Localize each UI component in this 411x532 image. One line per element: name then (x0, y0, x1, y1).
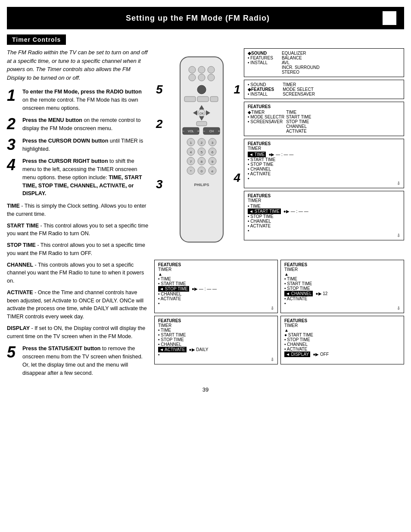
section-heading: Timer Controls (7, 34, 66, 45)
page-wrapper: Setting up the FM Mode (FM Radio) ♫ Time… (0, 7, 411, 398)
step-text-5: Press the STATUS/EXIT button to remove t… (22, 345, 149, 377)
timer-activate-panel: FEATURES TIMER • TIME • START TIME • STO… (154, 316, 278, 364)
step-3: 3 Press the CURSOR DOWN button until TIM… (7, 137, 149, 153)
def-activate: ACTIVATE - Once the Time and channel con… (7, 289, 149, 321)
svg-text:PHILIPS: PHILIPS (194, 183, 209, 187)
svg-text:0: 0 (201, 169, 203, 173)
sound-right: EQUALIZER BALANCE AVL INCR. SURROUND STE… (282, 51, 320, 75)
svg-text:OK: OK (199, 112, 204, 115)
music-icon: ♫ (382, 10, 397, 26)
menu-panels-stack: ◆SOUND • FEATURES • INSTALL EQUALIZER BA… (244, 48, 404, 256)
right-column: 5 2 3 (154, 48, 404, 381)
page-title: Setting up the FM Mode (FM Radio) (14, 14, 382, 23)
timer-time-panel: FEATURES TIMER ◄ TIME ●▶ — : — — • START… (244, 139, 404, 188)
svg-text:3: 3 (212, 141, 214, 145)
remote-label-5: 5 (156, 83, 163, 96)
svg-text:*: * (190, 169, 191, 173)
timer-display-panel: FEATURES TIMER ▲ ● START TIME • STOP TIM… (280, 316, 404, 364)
svg-rect-8 (184, 96, 196, 102)
bottom-panels-grid: FEATURES TIMER ▲ • TIME • START TIME ◄ S… (154, 260, 404, 364)
svg-text:8: 8 (201, 160, 203, 164)
sound-menu-panel: ◆SOUND • FEATURES • INSTALL EQUALIZER BA… (244, 48, 404, 77)
timer-channel-panel: FEATURES TIMER ▲ • TIME • START TIME • S… (280, 260, 404, 313)
sound-left: ◆SOUND • FEATURES • INSTALL (248, 51, 273, 75)
svg-text:e: e (212, 169, 214, 173)
page-number: 39 (0, 381, 411, 398)
features-menu-panel: • SOUND ◆FEATURES • INSTALL TIMER MODE S… (244, 80, 404, 99)
remote-label-2: 2 (156, 117, 163, 131)
svg-point-2 (198, 66, 205, 73)
svg-rect-9 (197, 96, 209, 102)
step-text-3: Press the CURSOR DOWN button until TIMER… (22, 137, 149, 153)
left-column: The FM Radio within the TV can be set to… (7, 48, 149, 381)
remote-label-4: 4 (234, 171, 240, 185)
svg-point-6 (208, 74, 215, 81)
svg-rect-10 (210, 96, 218, 102)
svg-text:6: 6 (212, 150, 214, 154)
remote-label-1: 1 (234, 83, 240, 96)
step-2: 2 Press the MENU button on the remote co… (7, 116, 149, 133)
svg-text:7: 7 (190, 160, 192, 164)
svg-point-7 (197, 85, 206, 94)
step-4: 4 Press the CURSOR RIGHT button to shift… (7, 157, 149, 198)
svg-text:+: + (218, 129, 220, 133)
svg-point-3 (208, 66, 215, 73)
sound-header: ◆SOUND (248, 51, 273, 56)
step-text-2: Press the MENU button on the remote cont… (22, 116, 149, 133)
svg-text:−: − (183, 129, 185, 133)
svg-point-5 (198, 74, 205, 81)
def-stop-time: STOP TIME - This control allows you to s… (7, 241, 149, 258)
step-text-1: To enter the FM Mode, press the RADIO bu… (22, 88, 149, 112)
step-5: 5 Press the STATUS/EXIT button to remove… (7, 345, 149, 377)
step-number-5: 5 (7, 345, 19, 360)
def-time: TIME - This is simply the Clock setting.… (7, 202, 149, 218)
remote-label-3: 3 (156, 177, 163, 191)
step-1: 1 To enter the FM Mode, press the RADIO … (7, 88, 149, 112)
remote-svg: OK VOL CH − + − + (167, 48, 236, 255)
svg-text:9: 9 (212, 160, 214, 164)
sound-features: • FEATURES (248, 56, 273, 60)
features-right: TIMER MODE SELECT SCREENSAVER (283, 82, 315, 96)
features-left: • SOUND ◆FEATURES • INSTALL (248, 82, 274, 96)
def-display: DISPLAY - If set to ON, the Display cont… (7, 324, 149, 341)
svg-text:5: 5 (201, 150, 203, 154)
svg-text:−: − (203, 129, 206, 133)
step-number-3: 3 (7, 137, 19, 152)
main-content: The FM Radio within the TV can be set to… (0, 48, 411, 381)
timer-stoptime-panel: FEATURES TIMER ▲ • TIME • START TIME ◄ S… (154, 260, 278, 313)
top-diagrams: 5 2 3 (154, 48, 404, 256)
sound-install: • INSTALL (248, 60, 273, 65)
page-header: Setting up the FM Mode (FM Radio) ♫ (7, 7, 404, 29)
step-text-4: Press the CURSOR RIGHT button to shift t… (22, 157, 149, 198)
svg-text:+: + (197, 129, 199, 133)
svg-text:4: 4 (190, 150, 192, 154)
features-timer-panel: FEATURES ◆TIMER • MODE SELECTR • SCREENS… (244, 102, 404, 136)
timer-starttime-panel: FEATURES TIMER • TIME ◄ START TIME ●▶ — … (244, 191, 404, 240)
svg-point-1 (189, 66, 196, 73)
remote-area: 5 2 3 (154, 48, 240, 256)
svg-rect-17 (196, 121, 207, 126)
step-number-4: 4 (7, 157, 19, 173)
intro-paragraph: The FM Radio within the TV can be set to… (7, 48, 149, 82)
svg-point-4 (189, 74, 196, 81)
svg-text:CH: CH (209, 130, 214, 133)
step-number-1: 1 (7, 88, 19, 103)
def-channel: CHANNEL - This controls allows you to se… (7, 261, 149, 285)
step-number-2: 2 (7, 116, 19, 132)
def-start-time: START TIME - This control allows you to … (7, 222, 149, 238)
svg-text:VOL: VOL (188, 130, 194, 133)
svg-text:1: 1 (190, 141, 192, 145)
svg-text:2: 2 (201, 141, 203, 145)
